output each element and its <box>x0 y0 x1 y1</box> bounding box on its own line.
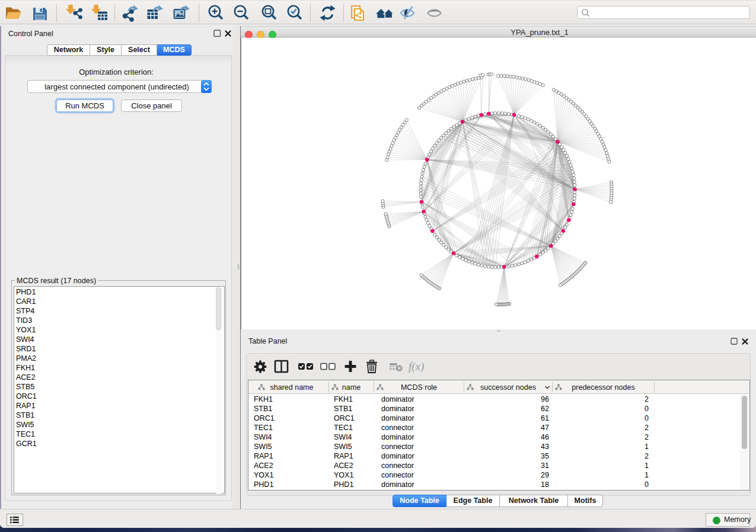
svg-text:f(x): f(x) <box>409 360 424 373</box>
